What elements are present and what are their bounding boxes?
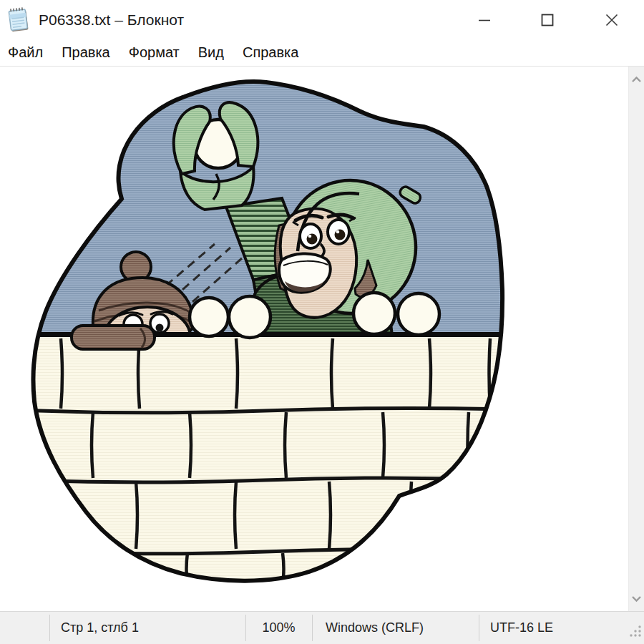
chevron-up-icon — [631, 76, 642, 83]
close-button[interactable] — [589, 0, 635, 39]
notepad-window: P06338.txt – Блокнот Файл Правка Формат … — [0, 0, 644, 644]
chevron-down-icon — [631, 595, 642, 602]
menu-item-file[interactable]: Файл — [0, 39, 52, 66]
menu-item-help[interactable]: Справка — [233, 39, 308, 66]
window-title: P06338.txt – Блокнот — [39, 11, 184, 29]
text-area[interactable] — [0, 67, 644, 612]
notepad-icon — [7, 6, 31, 34]
resize-grip[interactable] — [629, 625, 642, 641]
menu-bar: Файл Правка Формат Вид Справка — [0, 39, 644, 67]
minimize-icon — [478, 14, 491, 26]
status-cursor-position: Стр 1, стлб 1 — [61, 612, 139, 644]
vertical-scrollbar[interactable] — [628, 67, 644, 612]
scroll-down-button[interactable] — [629, 590, 644, 608]
status-divider — [49, 615, 50, 641]
menu-item-view[interactable]: Вид — [189, 39, 233, 66]
smile — [279, 253, 331, 292]
resting-mitten — [72, 326, 155, 349]
menu-item-edit[interactable]: Правка — [52, 39, 119, 66]
status-divider — [312, 615, 313, 641]
status-encoding: UTF-16 LE — [490, 612, 553, 644]
minimize-button[interactable] — [462, 0, 507, 39]
status-bar: Стр 1, стлб 1 100% Windows (CRLF) UTF-16… — [0, 611, 644, 644]
maximize-icon — [541, 14, 554, 26]
menu-item-format[interactable]: Формат — [119, 39, 189, 66]
snow-wall — [17, 332, 512, 587]
close-icon — [605, 14, 618, 26]
scroll-up-button[interactable] — [629, 71, 644, 88]
maximize-button[interactable] — [525, 0, 570, 39]
status-zoom-level: 100% — [245, 612, 312, 644]
status-divider — [479, 615, 479, 641]
title-bar: P06338.txt – Блокнот — [0, 0, 644, 39]
snow-fort-illustration — [0, 67, 623, 612]
status-line-ending: Windows (CRLF) — [326, 612, 424, 644]
